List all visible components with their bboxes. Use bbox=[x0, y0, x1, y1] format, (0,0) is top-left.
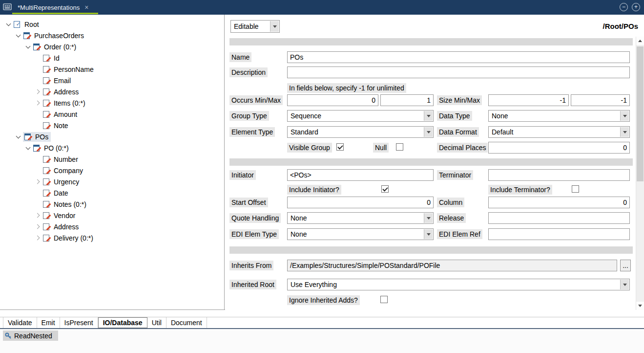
tree-item-order[interactable]: Order (0:*) bbox=[0, 41, 224, 52]
element-type-value: Standard bbox=[291, 128, 318, 136]
browse-button[interactable]: ... bbox=[620, 260, 631, 271]
tree-item-notes[interactable]: Notes (0:*) bbox=[0, 199, 224, 210]
maximize-button[interactable]: + bbox=[632, 3, 640, 11]
scroll-down-button[interactable] bbox=[636, 302, 644, 310]
chevron-expanded-icon[interactable] bbox=[23, 142, 33, 154]
field-icon bbox=[42, 99, 50, 107]
release-input[interactable] bbox=[488, 212, 630, 224]
tree-item-note[interactable]: Note bbox=[0, 120, 224, 131]
description-row: Description bbox=[225, 66, 644, 79]
chevron-collapsed-icon[interactable] bbox=[33, 97, 42, 109]
edi-elem-ref-input[interactable] bbox=[488, 228, 630, 240]
script-readnested[interactable]: ReadNested bbox=[3, 331, 58, 341]
ignore-inherited-adds-checkbox[interactable] bbox=[380, 296, 388, 303]
chevron-collapsed-icon[interactable] bbox=[33, 210, 42, 221]
tree-item-pos[interactable]: POs bbox=[0, 131, 224, 142]
column-input[interactable] bbox=[488, 197, 630, 208]
group-type-value: Sequence bbox=[291, 112, 321, 120]
data-format-dropdown[interactable]: Default bbox=[488, 126, 630, 138]
start-offset-input[interactable] bbox=[287, 197, 434, 208]
chevron-down-icon[interactable] bbox=[424, 229, 433, 239]
chevron-expanded-icon[interactable] bbox=[14, 131, 23, 142]
chevron-collapsed-icon[interactable] bbox=[33, 86, 42, 97]
inherits-from-row: Inherits From ... bbox=[225, 260, 644, 272]
group-type-row: Group Type Sequence Data Type None bbox=[225, 110, 644, 123]
tab-emit[interactable]: Emit bbox=[37, 317, 60, 328]
chevron-down-icon[interactable] bbox=[270, 21, 279, 32]
include-initiator-checkbox[interactable] bbox=[381, 185, 389, 193]
tree-item-address-1[interactable]: Address bbox=[0, 86, 224, 97]
chevron-collapsed-icon[interactable] bbox=[33, 232, 42, 243]
data-format-value: Default bbox=[492, 128, 513, 136]
include-row: Include Initiator? Include Terminator? bbox=[225, 184, 644, 197]
node-path: /Root/POs bbox=[602, 22, 638, 30]
include-terminator-checkbox[interactable] bbox=[572, 185, 579, 193]
tree-item-address-2[interactable]: Address bbox=[0, 221, 224, 232]
tree-item-id[interactable]: Id bbox=[0, 52, 224, 64]
chevron-expanded-icon[interactable] bbox=[23, 41, 33, 52]
chevron-collapsed-icon[interactable] bbox=[33, 221, 42, 232]
vertical-scrollbar[interactable] bbox=[636, 37, 644, 310]
tree-item-purchaseorders[interactable]: PurchaseOrders bbox=[0, 30, 224, 41]
tree-item-label: Id bbox=[52, 54, 61, 63]
data-type-dropdown[interactable]: None bbox=[488, 110, 630, 122]
chevron-down-icon[interactable] bbox=[620, 280, 629, 289]
scroll-thumb[interactable] bbox=[637, 46, 644, 181]
tree-item-date[interactable]: Date bbox=[0, 187, 224, 199]
null-checkbox[interactable] bbox=[396, 143, 403, 151]
tree-item-vendor[interactable]: Vendor bbox=[0, 210, 224, 221]
tab-ispresent[interactable]: IsPresent bbox=[60, 317, 98, 328]
description-input[interactable] bbox=[287, 66, 630, 78]
hint-row: In fields below, specify -1 for unlimite… bbox=[225, 82, 644, 95]
indent-spacer bbox=[33, 199, 42, 210]
size-max-input[interactable] bbox=[571, 94, 630, 106]
field-icon bbox=[42, 77, 50, 84]
tab-validate[interactable]: Validate bbox=[3, 317, 37, 328]
quote-handling-value: None bbox=[291, 214, 307, 222]
scroll-up-button[interactable] bbox=[636, 37, 644, 45]
decimal-places-input[interactable] bbox=[488, 142, 630, 154]
window-buttons: − + bbox=[620, 3, 640, 11]
tree-item-email[interactable]: Email bbox=[0, 75, 224, 86]
tab-util[interactable]: Util bbox=[147, 317, 166, 328]
chevron-expanded-icon[interactable] bbox=[14, 30, 23, 41]
tree-item-urgency[interactable]: Urgency bbox=[0, 176, 224, 187]
decimal-places-label: Decimal Places bbox=[437, 143, 488, 153]
group-type-dropdown[interactable]: Sequence bbox=[287, 110, 434, 122]
tree-item-amount[interactable]: Amount bbox=[0, 109, 224, 120]
size-min-input[interactable] bbox=[488, 94, 569, 106]
tree-item-items[interactable]: Items (0:*) bbox=[0, 97, 224, 109]
visible-group-checkbox[interactable] bbox=[336, 143, 344, 151]
chevron-down-icon[interactable] bbox=[620, 111, 629, 121]
occurs-min-input[interactable] bbox=[287, 94, 378, 106]
field-icon bbox=[42, 212, 50, 219]
quote-handling-dropdown[interactable]: None bbox=[287, 212, 434, 224]
mode-dropdown[interactable]: Editable bbox=[230, 20, 280, 33]
quote-handling-row: Quote Handling None Release bbox=[225, 212, 644, 225]
chevron-down-icon[interactable] bbox=[424, 213, 433, 223]
chevron-collapsed-icon[interactable] bbox=[33, 176, 42, 187]
tree-item-company[interactable]: Company bbox=[0, 165, 224, 176]
chevron-down-icon[interactable] bbox=[424, 111, 433, 121]
chevron-down-icon[interactable] bbox=[424, 127, 433, 137]
tab-io-database[interactable]: IO/Database bbox=[98, 317, 147, 328]
terminator-input[interactable] bbox=[488, 169, 630, 181]
inherits-from-input[interactable] bbox=[287, 260, 617, 271]
minimize-button[interactable]: − bbox=[620, 3, 628, 11]
tree-item-po[interactable]: PO (0:*) bbox=[0, 142, 224, 154]
occurs-max-input[interactable] bbox=[380, 94, 434, 106]
close-icon[interactable]: × bbox=[84, 3, 88, 11]
element-type-dropdown[interactable]: Standard bbox=[287, 126, 434, 138]
initiator-input[interactable] bbox=[287, 169, 434, 181]
tree-item-personname[interactable]: PersonName bbox=[0, 64, 224, 75]
tree-item-delivery[interactable]: Delivery (0:*) bbox=[0, 232, 224, 243]
tree-item-number[interactable]: Number bbox=[0, 154, 224, 165]
edi-elem-type-dropdown[interactable]: None bbox=[287, 228, 434, 240]
main-area: Root PurchaseOrders Order (0:*) Id Perso… bbox=[0, 15, 644, 310]
tree-item-root[interactable]: Root bbox=[0, 19, 224, 30]
tab-document[interactable]: Document bbox=[166, 317, 207, 328]
name-input[interactable] bbox=[287, 51, 630, 63]
inherited-root-dropdown[interactable]: Use Everything bbox=[287, 279, 630, 290]
chevron-expanded-icon[interactable] bbox=[4, 19, 13, 30]
chevron-down-icon[interactable] bbox=[620, 127, 629, 137]
